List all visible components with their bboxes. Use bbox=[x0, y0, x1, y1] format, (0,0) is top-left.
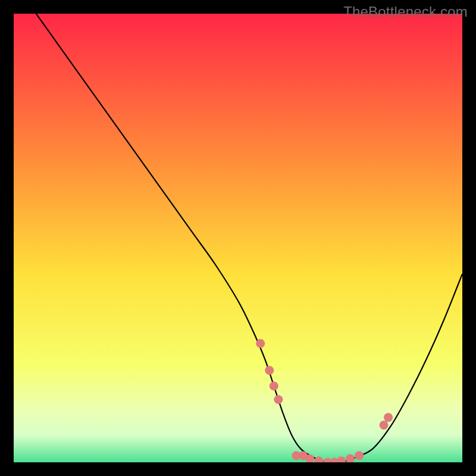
data-marker bbox=[355, 451, 364, 460]
plot-svg bbox=[14, 14, 462, 462]
data-marker bbox=[380, 421, 389, 430]
data-marker bbox=[256, 339, 265, 348]
data-marker bbox=[270, 381, 278, 390]
data-marker bbox=[384, 413, 393, 422]
chart-frame: TheBottleneck.com bbox=[0, 0, 476, 476]
gradient-background bbox=[14, 14, 462, 462]
data-marker bbox=[274, 395, 283, 404]
plot-area bbox=[14, 14, 462, 462]
watermark-text: TheBottleneck.com bbox=[343, 4, 468, 20]
data-marker bbox=[265, 366, 274, 375]
